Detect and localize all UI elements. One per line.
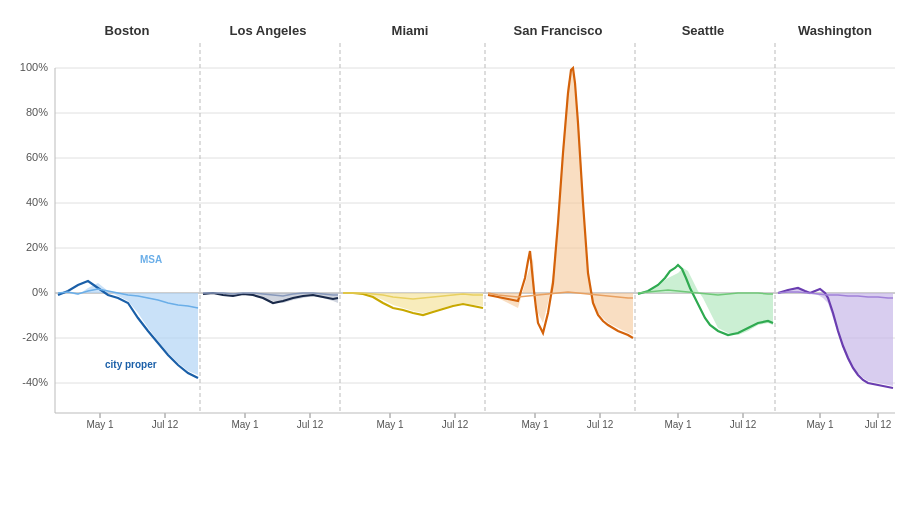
boston-msa-label: MSA <box>140 254 162 265</box>
miami-xlabel-jul: Jul 12 <box>442 419 469 430</box>
seattle-xlabel-may: May 1 <box>664 419 692 430</box>
seattle-xlabel-jul: Jul 12 <box>730 419 757 430</box>
la-xlabel-may: May 1 <box>231 419 259 430</box>
washington-xlabel-may: May 1 <box>806 419 834 430</box>
y-label-40: 40% <box>26 196 48 208</box>
y-label-20: 20% <box>26 241 48 253</box>
miami-msa-fill <box>343 293 483 313</box>
boston-city-label: city proper <box>105 359 157 370</box>
city-label-washington: Washington <box>798 23 872 38</box>
y-label-0: 0% <box>32 286 48 298</box>
boston-xlabel-may: May 1 <box>86 419 114 430</box>
city-label-sanfrancisco: San Francisco <box>514 23 603 38</box>
boston-xlabel-jul: Jul 12 <box>152 419 179 430</box>
y-label-100: 100% <box>20 61 48 73</box>
chart-container: 100% 80% 60% 40% 20% 0% -20% -40% Boston… <box>10 13 910 513</box>
y-label-60: 60% <box>26 151 48 163</box>
city-label-losangeles: Los Angeles <box>230 23 307 38</box>
sf-xlabel-jul: Jul 12 <box>587 419 614 430</box>
city-label-seattle: Seattle <box>682 23 725 38</box>
sf-xlabel-may: May 1 <box>521 419 549 430</box>
y-label-n20: -20% <box>22 331 48 343</box>
y-label-n40: -40% <box>22 376 48 388</box>
y-label-80: 80% <box>26 106 48 118</box>
washington-xlabel-jul: Jul 12 <box>865 419 892 430</box>
la-xlabel-jul: Jul 12 <box>297 419 324 430</box>
city-label-miami: Miami <box>392 23 429 38</box>
city-label-boston: Boston <box>105 23 150 38</box>
miami-xlabel-may: May 1 <box>376 419 404 430</box>
